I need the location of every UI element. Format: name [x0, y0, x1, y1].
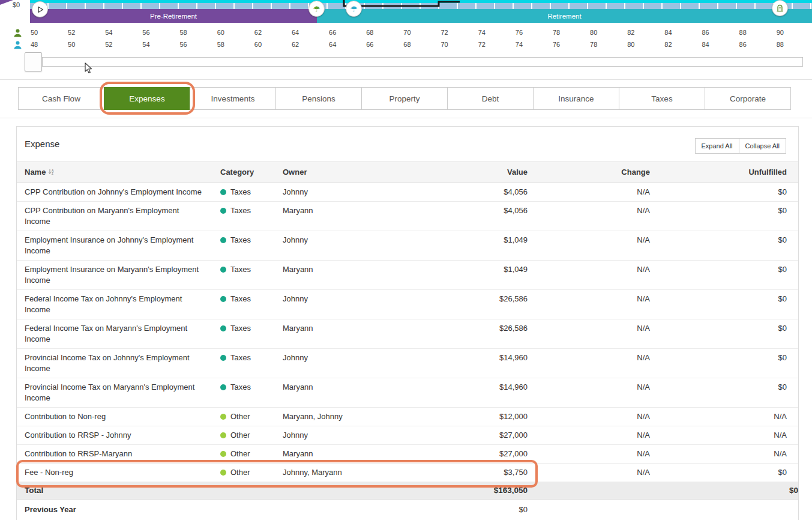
timeline-slider-handle[interactable] — [25, 52, 42, 71]
expense-table-body: CPP Contribution on Johnny's Employment … — [17, 183, 798, 482]
value-cell: $27,000 — [379, 445, 528, 464]
category-dot — [220, 325, 226, 331]
tab-debt[interactable]: Debt — [447, 87, 534, 110]
age-label: 90 — [762, 29, 799, 38]
value-cell: $1,049 — [379, 261, 528, 290]
owner-cell: Johnny — [283, 426, 379, 445]
previous-year-value: $0 — [379, 500, 528, 520]
category-label: Other — [230, 430, 250, 441]
change-cell: N/A — [528, 426, 650, 445]
age-label: 72 — [463, 41, 501, 50]
value-cell: $3,750 — [379, 464, 528, 482]
expense-row[interactable]: Employment Insurance on Johnny's Employm… — [17, 231, 798, 261]
expense-row[interactable]: Federal Income Tax on Maryann's Employme… — [17, 319, 798, 349]
expense-row[interactable]: Provincial Income Tax on Johnny's Employ… — [17, 349, 798, 378]
expense-name: Federal Income Tax on Maryann's Employme… — [25, 323, 202, 345]
age-label: 56 — [127, 29, 164, 38]
expense-row[interactable]: Contribution to Non-reg Other Maryann, J… — [17, 408, 798, 426]
expense-row[interactable]: Contribution to RRSP-Maryann Other Marya… — [17, 445, 798, 464]
value-cell: $26,586 — [379, 319, 528, 349]
expense-row[interactable]: CPP Contribution on Johnny's Employment … — [17, 183, 798, 202]
age-label: 82 — [612, 29, 649, 38]
unfulfilled-cell: $0 — [650, 290, 798, 319]
header-unfulfilled[interactable]: Unfulfilled — [650, 162, 798, 183]
age-label: 62 — [277, 41, 314, 50]
owner-cell: Maryann — [283, 319, 379, 349]
header-name[interactable]: NameAZ — [17, 162, 220, 183]
timeline-strip: Pre-Retirement Retirement ☂ ☂ — [30, 0, 812, 23]
age-label: 78 — [538, 29, 575, 38]
unfulfilled-cell: $0 — [650, 464, 798, 482]
unfulfilled-cell: $0 — [650, 231, 798, 261]
timeline-slider-track[interactable] — [42, 57, 803, 67]
retirement-umbrella-icon-person1[interactable]: ☂ — [308, 1, 325, 17]
age-label: 68 — [351, 29, 388, 38]
tab-expenses[interactable]: Expenses — [104, 87, 190, 110]
age-label: 56 — [165, 41, 202, 50]
life-expectancy-tombstone-icon[interactable] — [772, 0, 788, 16]
age-label: 82 — [649, 41, 687, 50]
tab-property[interactable]: Property — [361, 87, 448, 110]
header-category[interactable]: Category — [220, 162, 283, 183]
expense-name: Contribution to RRSP-Maryann — [25, 449, 132, 459]
svg-text:A: A — [52, 169, 54, 172]
age-label: 48 — [16, 41, 53, 50]
header-value[interactable]: Value — [379, 162, 528, 183]
age-label: 54 — [127, 41, 164, 50]
value-cell: $4,056 — [379, 202, 528, 231]
change-cell: N/A — [528, 231, 650, 261]
value-cell: $4,056 — [379, 183, 528, 202]
unfulfilled-cell: $0 — [650, 319, 798, 349]
header-change[interactable]: Change — [528, 162, 650, 183]
category-label: Other — [230, 467, 250, 478]
age-label: 66 — [351, 41, 388, 50]
tab-investments[interactable]: Investments — [190, 87, 276, 110]
expense-name: Provincial Income Tax on Johnny's Employ… — [25, 352, 202, 374]
age-label: 64 — [314, 41, 351, 50]
collapse-all-button[interactable]: Collapse All — [739, 138, 786, 154]
phase-pre-retirement[interactable]: Pre-Retirement — [30, 9, 317, 23]
expense-row[interactable]: Provincial Income Tax on Maryann's Emplo… — [17, 378, 798, 408]
age-label: 50 — [53, 41, 90, 50]
mouse-cursor — [85, 62, 93, 74]
category-dot — [220, 296, 226, 302]
phase-retirement[interactable]: Retirement — [317, 9, 812, 23]
value-cell: $14,960 — [379, 378, 528, 408]
expense-panel-header: Expense Expand All Collapse All — [17, 127, 798, 162]
category-label: Taxes — [230, 323, 251, 334]
category-label: Other — [230, 449, 250, 459]
age-label: 84 — [649, 29, 687, 38]
change-cell: N/A — [528, 290, 650, 319]
tab-insurance[interactable]: Insurance — [533, 87, 619, 110]
category-label: Taxes — [230, 235, 251, 246]
expense-row[interactable]: Contribution to RRSP - Johnny Other John… — [17, 426, 798, 445]
tab-taxes[interactable]: Taxes — [619, 87, 705, 110]
owner-cell: Maryann — [283, 202, 379, 231]
play-button[interactable] — [32, 1, 48, 17]
expense-row-highlighted[interactable]: Fee - Non-reg Other Johnny, Maryann $3,7… — [17, 464, 798, 482]
expense-row[interactable]: CPP Contribution on Maryann's Employment… — [17, 202, 798, 231]
header-owner[interactable]: Owner — [283, 162, 379, 183]
expense-row[interactable]: Employment Insurance on Maryann's Employ… — [17, 261, 798, 290]
change-cell: N/A — [528, 261, 650, 290]
unfulfilled-cell: N/A — [650, 445, 798, 464]
category-dot — [220, 208, 226, 214]
retirement-umbrella-icon-person2[interactable]: ☂ — [346, 1, 362, 17]
section-divider — [0, 118, 812, 118]
phase-pre-retirement-label: Pre-Retirement — [150, 13, 197, 20]
category-dot — [220, 237, 226, 243]
play-icon — [35, 5, 45, 14]
change-cell: N/A — [528, 378, 650, 408]
unfulfilled-cell: $0 — [650, 261, 798, 290]
expense-row[interactable]: Federal Income Tax on Johnny's Employmen… — [17, 290, 798, 319]
expand-all-button[interactable]: Expand All — [695, 138, 739, 154]
unfulfilled-cell: $0 — [650, 349, 798, 378]
tab-corporate[interactable]: Corporate — [705, 87, 791, 110]
expense-name: Fee - Non-reg — [25, 467, 73, 478]
tab-cash-flow[interactable]: Cash Flow — [18, 87, 104, 110]
age-label: 70 — [388, 29, 426, 38]
chart-axis-label: $0 — [13, 1, 20, 8]
tab-pensions[interactable]: Pensions — [275, 87, 362, 110]
change-cell: N/A — [528, 202, 650, 231]
expense-name: Employment Insurance on Johnny's Employm… — [25, 235, 202, 256]
